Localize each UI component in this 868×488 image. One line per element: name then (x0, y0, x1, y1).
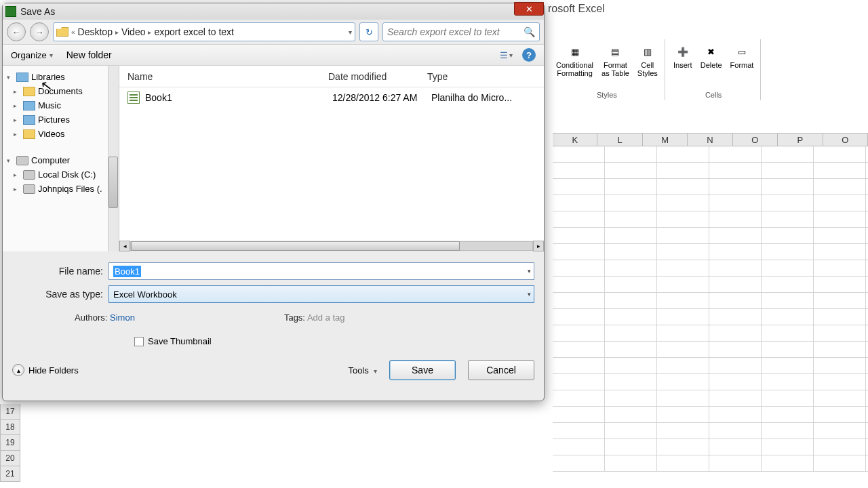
group-label-cells: Cells (705, 91, 722, 99)
search-input[interactable] (387, 26, 524, 37)
expand-icon[interactable]: ▸ (14, 117, 20, 123)
chevron-right-icon: ▸ (148, 28, 151, 36)
savetype-value: Excel Workbook (113, 289, 177, 300)
col-name[interactable]: Name (127, 71, 328, 82)
excel-ribbon: ▦Conditional Formatting ▤Format as Table… (549, 39, 868, 102)
breadcrumb-seg[interactable]: export excel to text (154, 26, 234, 37)
address-bar[interactable]: « Desktop ▸ Video ▸ export excel to text… (53, 22, 355, 41)
row-number[interactable]: 17 (0, 404, 20, 420)
insert-button[interactable]: ➕Insert (671, 41, 695, 70)
col-date[interactable]: Date modified (328, 71, 427, 82)
file-type-cell: Planilha do Micro... (431, 92, 512, 103)
tree-item-computer[interactable]: ▾Computer (4, 153, 117, 167)
search-icon[interactable]: 🔍 (524, 26, 535, 37)
col-header[interactable]: M (643, 134, 688, 146)
tree-scrollbar[interactable] (108, 66, 119, 251)
search-box[interactable]: 🔍 (382, 22, 540, 41)
row-number[interactable]: 20 (0, 451, 20, 466)
cancel-button[interactable]: Cancel (468, 360, 534, 380)
navigation-row: ← → « Desktop ▸ Video ▸ export excel to … (3, 20, 544, 44)
breadcrumb-seg[interactable]: Desktop (78, 26, 113, 37)
spreadsheet-grid[interactable] (553, 146, 868, 488)
refresh-button[interactable]: ↻ (359, 22, 378, 41)
tree-label: Johnpiqs Files (. (38, 184, 102, 194)
col-header[interactable]: K (553, 134, 597, 146)
titlebar[interactable]: Save As ✕ (3, 3, 544, 20)
authors-label: Authors: (75, 312, 107, 323)
collapse-icon[interactable]: ▾ (7, 157, 14, 164)
file-list: Name Date modified Type Book1 12/28/2012… (119, 66, 544, 251)
tree-label: Computer (31, 155, 70, 165)
list-header: Name Date modified Type (119, 66, 544, 87)
hide-folders-button[interactable]: ▴ Hide Folders (12, 364, 79, 376)
scroll-left-button[interactable]: ◂ (119, 241, 130, 251)
close-button[interactable]: ✕ (514, 2, 544, 16)
forward-button[interactable]: → (30, 22, 49, 41)
tree-item-music[interactable]: ▸Music (4, 98, 117, 113)
col-header[interactable]: L (597, 134, 642, 146)
authors-value[interactable]: Simon (110, 312, 135, 323)
close-icon: ✕ (526, 4, 533, 14)
expand-icon[interactable]: ▸ (14, 186, 20, 192)
cell-styles-button[interactable]: ▥Cell Styles (635, 41, 660, 79)
chevron-down-icon: ▾ (374, 367, 377, 375)
dialog-body: ▾Libraries ▸Documents ▸Music ▸Pictures ▸… (3, 66, 544, 251)
col-type[interactable]: Type (427, 71, 448, 82)
tree-item-videos[interactable]: ▸Videos (4, 127, 117, 141)
expand-icon[interactable]: ▸ (14, 102, 20, 109)
filename-input[interactable]: Book1▾ (108, 262, 534, 280)
horizontal-scrollbar[interactable]: ◂ ▸ (119, 241, 544, 251)
breadcrumb-back[interactable]: « (71, 28, 75, 36)
new-folder-button[interactable]: New folder (66, 49, 112, 60)
row-number[interactable]: 21 (0, 466, 20, 482)
tools-menu[interactable]: Tools ▾ (348, 365, 377, 375)
scrollbar-thumb[interactable] (131, 241, 460, 251)
view-mode-button[interactable]: ☰▾ (500, 50, 513, 60)
save-thumbnail-label: Save Thumbnail (148, 336, 212, 346)
scrollbar-thumb[interactable] (108, 157, 118, 208)
chevron-down-icon[interactable]: ▾ (349, 28, 352, 36)
col-header[interactable]: P (778, 134, 823, 146)
col-header[interactable]: O (823, 134, 868, 146)
col-header[interactable]: N (688, 134, 732, 146)
tags-value[interactable]: Add a tag (307, 312, 345, 323)
organize-menu[interactable]: Organize▾ (11, 50, 53, 60)
col-header[interactable]: O (733, 134, 778, 146)
column-headers: K L M N O P O (553, 133, 868, 146)
ribbon-group-styles: ▦Conditional Formatting ▤Format as Table… (549, 39, 665, 100)
tree-item-localdisk[interactable]: ▸Local Disk (C:) (4, 167, 117, 182)
row-number[interactable]: 19 (0, 435, 20, 451)
scroll-right-button[interactable]: ▸ (533, 241, 544, 251)
expand-icon[interactable]: ▸ (14, 88, 20, 95)
scroll-track[interactable] (130, 241, 533, 251)
tree-label: Local Disk (C:) (38, 169, 96, 180)
row-number[interactable]: 18 (0, 420, 20, 435)
save-thumbnail-checkbox[interactable] (134, 337, 144, 346)
tree-label: Libraries (31, 72, 65, 82)
format-as-table-button[interactable]: ▤Format as Table (599, 41, 632, 79)
tree-item-documents[interactable]: ▸Documents (4, 84, 117, 98)
back-button[interactable]: ← (7, 22, 26, 41)
format-icon: ▭ (732, 42, 751, 61)
format-button[interactable]: ▭Format (728, 41, 757, 70)
file-row[interactable]: Book1 12/28/2012 6:27 AM Planilha do Mic… (119, 87, 544, 108)
savetype-label: Save as type: (12, 289, 108, 300)
save-button[interactable]: Save (389, 360, 456, 380)
chevron-down-icon[interactable]: ▾ (528, 291, 531, 298)
list-view-icon: ☰ (500, 50, 508, 60)
delete-button[interactable]: ✖Delete (698, 41, 725, 70)
conditional-formatting-button[interactable]: ▦Conditional Formatting (553, 41, 596, 79)
tree-item-johnpiqs[interactable]: ▸Johnpiqs Files (. (4, 182, 117, 196)
expand-icon[interactable]: ▸ (14, 131, 20, 138)
expand-icon[interactable]: ▸ (14, 171, 20, 178)
tree-item-pictures[interactable]: ▸Pictures (4, 113, 117, 127)
chevron-down-icon[interactable]: ▾ (528, 268, 531, 274)
file-date-cell: 12/28/2012 6:27 AM (332, 92, 431, 103)
breadcrumb-seg[interactable]: Video (121, 26, 146, 37)
tree-item-libraries[interactable]: ▾Libraries (4, 70, 117, 84)
help-button[interactable]: ? (522, 48, 536, 62)
tree-label: Documents (38, 86, 83, 96)
libraries-icon (16, 73, 28, 82)
collapse-icon[interactable]: ▾ (7, 74, 14, 81)
savetype-combo[interactable]: Excel Workbook▾ (108, 285, 534, 303)
